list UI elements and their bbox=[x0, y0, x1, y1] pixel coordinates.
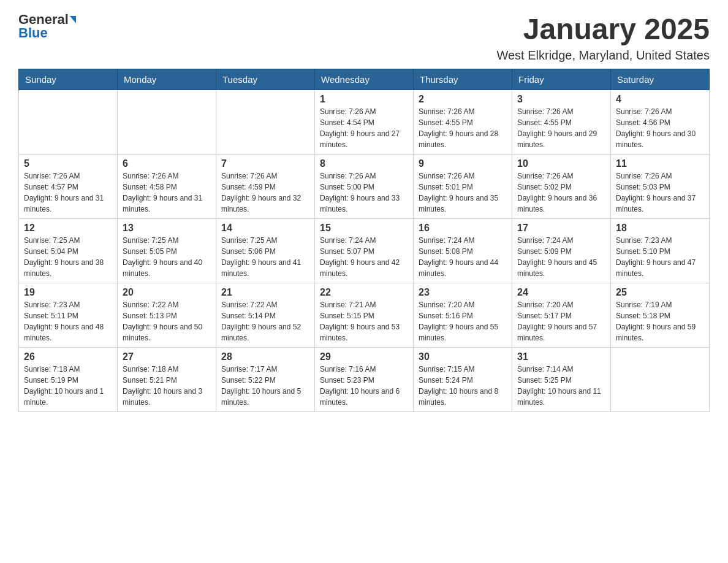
day-info: Sunrise: 7:26 AM Sunset: 4:58 PM Dayligh… bbox=[123, 170, 211, 215]
day-info: Sunrise: 7:16 AM Sunset: 5:23 PM Dayligh… bbox=[320, 364, 408, 408]
title-section: January 2025 West Elkridge, Maryland, Un… bbox=[496, 12, 710, 63]
calendar-cell: 7Sunrise: 7:26 AM Sunset: 4:59 PM Daylig… bbox=[216, 155, 315, 219]
day-number: 9 bbox=[419, 158, 507, 169]
day-number: 2 bbox=[419, 94, 507, 105]
calendar-cell: 10Sunrise: 7:26 AM Sunset: 5:02 PM Dayli… bbox=[512, 155, 611, 219]
day-header-tuesday: Tuesday bbox=[216, 69, 315, 90]
day-info: Sunrise: 7:25 AM Sunset: 5:04 PM Dayligh… bbox=[24, 235, 112, 279]
calendar-cell: 4Sunrise: 7:26 AM Sunset: 4:56 PM Daylig… bbox=[611, 90, 710, 155]
day-number: 12 bbox=[24, 223, 112, 234]
calendar-cell: 24Sunrise: 7:20 AM Sunset: 5:17 PM Dayli… bbox=[512, 283, 611, 348]
logo-blue: Blue bbox=[18, 26, 48, 40]
calendar-cell: 8Sunrise: 7:26 AM Sunset: 5:00 PM Daylig… bbox=[315, 155, 414, 219]
day-info: Sunrise: 7:18 AM Sunset: 5:19 PM Dayligh… bbox=[24, 364, 112, 408]
calendar-cell: 17Sunrise: 7:24 AM Sunset: 5:09 PM Dayli… bbox=[512, 219, 611, 283]
day-info: Sunrise: 7:26 AM Sunset: 4:57 PM Dayligh… bbox=[24, 170, 112, 215]
day-number: 26 bbox=[24, 351, 112, 362]
day-number: 7 bbox=[221, 158, 309, 169]
calendar-cell bbox=[118, 90, 216, 155]
day-info: Sunrise: 7:23 AM Sunset: 5:11 PM Dayligh… bbox=[24, 299, 112, 343]
day-number: 10 bbox=[517, 158, 605, 169]
day-number: 8 bbox=[320, 158, 408, 169]
calendar-cell: 28Sunrise: 7:17 AM Sunset: 5:22 PM Dayli… bbox=[216, 348, 315, 412]
calendar-cell: 1Sunrise: 7:26 AM Sunset: 4:54 PM Daylig… bbox=[315, 90, 414, 155]
calendar-cell: 15Sunrise: 7:24 AM Sunset: 5:07 PM Dayli… bbox=[315, 219, 414, 283]
calendar-cell: 14Sunrise: 7:25 AM Sunset: 5:06 PM Dayli… bbox=[216, 219, 315, 283]
day-info: Sunrise: 7:20 AM Sunset: 5:17 PM Dayligh… bbox=[517, 299, 605, 343]
day-number: 31 bbox=[517, 351, 605, 362]
logo: General Blue bbox=[18, 12, 76, 40]
day-number: 28 bbox=[221, 351, 309, 362]
day-number: 1 bbox=[320, 94, 408, 105]
day-number: 15 bbox=[320, 223, 408, 234]
day-number: 29 bbox=[320, 351, 408, 362]
day-number: 5 bbox=[24, 158, 112, 169]
day-info: Sunrise: 7:17 AM Sunset: 5:22 PM Dayligh… bbox=[221, 364, 309, 408]
calendar-cell: 30Sunrise: 7:15 AM Sunset: 5:24 PM Dayli… bbox=[414, 348, 512, 412]
day-info: Sunrise: 7:26 AM Sunset: 4:56 PM Dayligh… bbox=[616, 106, 704, 150]
calendar-cell: 31Sunrise: 7:14 AM Sunset: 5:25 PM Dayli… bbox=[512, 348, 611, 412]
day-info: Sunrise: 7:22 AM Sunset: 5:13 PM Dayligh… bbox=[123, 299, 211, 343]
day-number: 21 bbox=[221, 287, 309, 298]
day-info: Sunrise: 7:21 AM Sunset: 5:15 PM Dayligh… bbox=[320, 299, 408, 343]
calendar-cell: 25Sunrise: 7:19 AM Sunset: 5:18 PM Dayli… bbox=[611, 283, 710, 348]
calendar-week-2: 5Sunrise: 7:26 AM Sunset: 4:57 PM Daylig… bbox=[19, 155, 710, 219]
calendar-cell: 9Sunrise: 7:26 AM Sunset: 5:01 PM Daylig… bbox=[414, 155, 512, 219]
calendar-cell: 22Sunrise: 7:21 AM Sunset: 5:15 PM Dayli… bbox=[315, 283, 414, 348]
calendar-cell: 21Sunrise: 7:22 AM Sunset: 5:14 PM Dayli… bbox=[216, 283, 315, 348]
calendar-week-5: 26Sunrise: 7:18 AM Sunset: 5:19 PM Dayli… bbox=[19, 348, 710, 412]
day-info: Sunrise: 7:24 AM Sunset: 5:09 PM Dayligh… bbox=[517, 235, 605, 279]
calendar-cell: 27Sunrise: 7:18 AM Sunset: 5:21 PM Dayli… bbox=[118, 348, 216, 412]
day-number: 22 bbox=[320, 287, 408, 298]
calendar-cell: 12Sunrise: 7:25 AM Sunset: 5:04 PM Dayli… bbox=[19, 219, 118, 283]
day-info: Sunrise: 7:26 AM Sunset: 4:54 PM Dayligh… bbox=[320, 106, 408, 150]
day-number: 23 bbox=[419, 287, 507, 298]
calendar-cell: 19Sunrise: 7:23 AM Sunset: 5:11 PM Dayli… bbox=[19, 283, 118, 348]
day-header-wednesday: Wednesday bbox=[315, 69, 414, 90]
day-number: 13 bbox=[123, 223, 211, 234]
calendar-cell: 29Sunrise: 7:16 AM Sunset: 5:23 PM Dayli… bbox=[315, 348, 414, 412]
calendar-cell bbox=[19, 90, 118, 155]
day-info: Sunrise: 7:24 AM Sunset: 5:07 PM Dayligh… bbox=[320, 235, 408, 279]
calendar-cell: 13Sunrise: 7:25 AM Sunset: 5:05 PM Dayli… bbox=[118, 219, 216, 283]
calendar-cell: 20Sunrise: 7:22 AM Sunset: 5:13 PM Dayli… bbox=[118, 283, 216, 348]
calendar-cell: 3Sunrise: 7:26 AM Sunset: 4:55 PM Daylig… bbox=[512, 90, 611, 155]
calendar-cell: 6Sunrise: 7:26 AM Sunset: 4:58 PM Daylig… bbox=[118, 155, 216, 219]
day-info: Sunrise: 7:26 AM Sunset: 4:59 PM Dayligh… bbox=[221, 170, 309, 215]
calendar-cell: 16Sunrise: 7:24 AM Sunset: 5:08 PM Dayli… bbox=[414, 219, 512, 283]
day-number: 24 bbox=[517, 287, 605, 298]
day-info: Sunrise: 7:18 AM Sunset: 5:21 PM Dayligh… bbox=[123, 364, 211, 408]
day-number: 11 bbox=[616, 158, 704, 169]
day-number: 4 bbox=[616, 94, 704, 105]
page-header: General Blue January 2025 West Elkridge,… bbox=[18, 12, 710, 63]
calendar-cell bbox=[611, 348, 710, 412]
day-number: 16 bbox=[419, 223, 507, 234]
calendar-cell: 26Sunrise: 7:18 AM Sunset: 5:19 PM Dayli… bbox=[19, 348, 118, 412]
day-header-saturday: Saturday bbox=[611, 69, 710, 90]
calendar-subtitle: West Elkridge, Maryland, United States bbox=[496, 48, 710, 63]
day-info: Sunrise: 7:24 AM Sunset: 5:08 PM Dayligh… bbox=[419, 235, 507, 279]
day-number: 25 bbox=[616, 287, 704, 298]
calendar-table: SundayMondayTuesdayWednesdayThursdayFrid… bbox=[18, 69, 710, 412]
day-info: Sunrise: 7:19 AM Sunset: 5:18 PM Dayligh… bbox=[616, 299, 704, 343]
calendar-cell: 18Sunrise: 7:23 AM Sunset: 5:10 PM Dayli… bbox=[611, 219, 710, 283]
day-info: Sunrise: 7:14 AM Sunset: 5:25 PM Dayligh… bbox=[517, 364, 605, 408]
calendar-title: January 2025 bbox=[496, 12, 710, 46]
calendar-week-3: 12Sunrise: 7:25 AM Sunset: 5:04 PM Dayli… bbox=[19, 219, 710, 283]
day-header-friday: Friday bbox=[512, 69, 611, 90]
day-info: Sunrise: 7:25 AM Sunset: 5:05 PM Dayligh… bbox=[123, 235, 211, 279]
calendar-cell: 23Sunrise: 7:20 AM Sunset: 5:16 PM Dayli… bbox=[414, 283, 512, 348]
day-number: 3 bbox=[517, 94, 605, 105]
calendar-cell bbox=[216, 90, 315, 155]
day-header-sunday: Sunday bbox=[19, 69, 118, 90]
calendar-header-row: SundayMondayTuesdayWednesdayThursdayFrid… bbox=[19, 69, 710, 90]
calendar-cell: 2Sunrise: 7:26 AM Sunset: 4:55 PM Daylig… bbox=[414, 90, 512, 155]
day-info: Sunrise: 7:26 AM Sunset: 5:02 PM Dayligh… bbox=[517, 170, 605, 215]
day-info: Sunrise: 7:26 AM Sunset: 5:01 PM Dayligh… bbox=[419, 170, 507, 215]
day-info: Sunrise: 7:26 AM Sunset: 5:00 PM Dayligh… bbox=[320, 170, 408, 215]
day-info: Sunrise: 7:15 AM Sunset: 5:24 PM Dayligh… bbox=[419, 364, 507, 408]
day-info: Sunrise: 7:26 AM Sunset: 4:55 PM Dayligh… bbox=[517, 106, 605, 150]
day-info: Sunrise: 7:23 AM Sunset: 5:10 PM Dayligh… bbox=[616, 235, 704, 279]
day-info: Sunrise: 7:20 AM Sunset: 5:16 PM Dayligh… bbox=[419, 299, 507, 343]
calendar-cell: 5Sunrise: 7:26 AM Sunset: 4:57 PM Daylig… bbox=[19, 155, 118, 219]
